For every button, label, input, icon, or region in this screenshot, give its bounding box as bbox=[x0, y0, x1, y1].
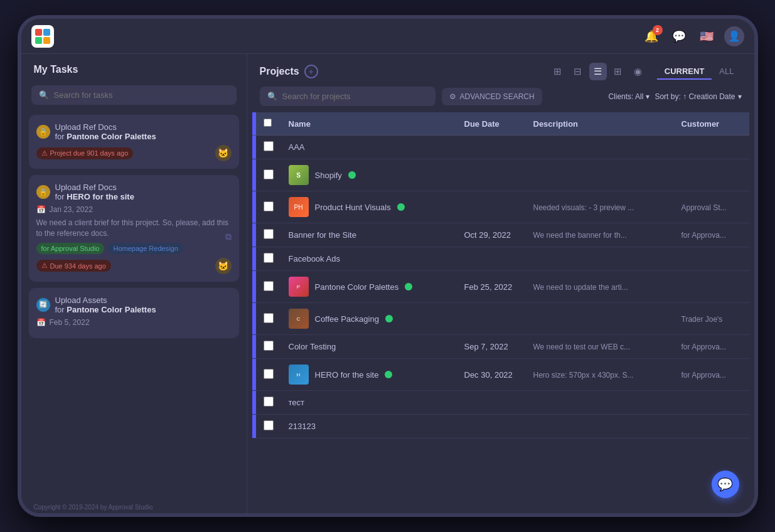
row-checkbox[interactable] bbox=[264, 281, 274, 291]
row-checkbox-cell bbox=[256, 136, 281, 159]
task-avatar-1: 🐱 bbox=[215, 145, 232, 161]
row-due bbox=[457, 159, 526, 191]
add-project-btn[interactable]: + bbox=[304, 65, 318, 78]
row-checkbox[interactable] bbox=[264, 369, 274, 379]
task-due-badge-1: ⚠ Project due 901 days ago bbox=[36, 147, 134, 159]
row-name-cell: Color Testing bbox=[281, 335, 457, 359]
view-btn-network[interactable]: ◉ bbox=[629, 63, 647, 80]
tab-current[interactable]: CURRENT bbox=[657, 64, 712, 80]
th-due: Due Date bbox=[457, 112, 526, 136]
row-customer: for Approva... bbox=[674, 223, 749, 247]
view-btn-list[interactable]: ☰ bbox=[589, 63, 607, 80]
row-checkbox[interactable] bbox=[264, 201, 274, 211]
row-desc: We need to test our WEB c... bbox=[526, 335, 674, 359]
row-customer bbox=[674, 159, 749, 191]
task-title-1: Upload Ref Docs for Pantone Color Palett… bbox=[55, 122, 156, 141]
project-thumb: H bbox=[289, 364, 309, 385]
row-due: Oct 29, 2022 bbox=[457, 223, 526, 247]
task-search-icon: 🔍 bbox=[39, 90, 49, 100]
task-search-box[interactable]: 🔍 bbox=[31, 85, 237, 105]
clients-filter-btn[interactable]: Clients: All ▾ bbox=[608, 92, 649, 101]
row-checkbox[interactable] bbox=[264, 229, 274, 239]
task-project-2: HERO for the site bbox=[67, 192, 134, 201]
task-card-3[interactable]: 🔄 Upload Assets for Pantone Color Palett… bbox=[29, 288, 239, 338]
row-checkbox[interactable] bbox=[264, 253, 274, 263]
task-date-3: 📅 Feb 5, 2022 bbox=[36, 318, 232, 327]
table-row[interactable]: C Coffee Packaging Trader Joe's bbox=[252, 303, 749, 335]
project-search-input[interactable] bbox=[282, 92, 428, 101]
project-search-box[interactable]: 🔍 bbox=[260, 87, 436, 106]
task-for-label-1: for bbox=[55, 132, 67, 141]
task-date-2: 📅 Jan 23, 2022 bbox=[36, 205, 232, 214]
row-customer bbox=[674, 391, 749, 415]
select-all-checkbox[interactable] bbox=[264, 119, 272, 127]
user-avatar[interactable]: 👤 bbox=[724, 26, 744, 46]
row-customer: for Approva... bbox=[674, 335, 749, 359]
table-row[interactable]: P Pantone Color Palettes Feb 25, 2022 We… bbox=[252, 271, 749, 303]
task-footer-2: ⚠ Due 934 days ago 🐱 bbox=[36, 258, 232, 274]
task-icon-3: 🔄 bbox=[36, 298, 50, 312]
th-customer: Customer bbox=[674, 112, 749, 136]
status-dot bbox=[385, 315, 393, 322]
projects-title: Projects bbox=[260, 66, 299, 77]
tab-all[interactable]: ALL bbox=[712, 64, 741, 80]
row-checkbox[interactable] bbox=[264, 169, 274, 179]
row-name: AAA bbox=[289, 142, 305, 152]
table-row[interactable]: Color Testing Sep 7, 2022 We need to tes… bbox=[252, 335, 749, 359]
table-row[interactable]: 213123 bbox=[252, 415, 749, 439]
row-checkbox[interactable] bbox=[264, 313, 274, 323]
row-due: Dec 30, 2022 bbox=[457, 359, 526, 391]
project-thumb: PH bbox=[289, 197, 309, 217]
row-name-cell: AAA bbox=[281, 136, 457, 159]
row-due bbox=[457, 303, 526, 335]
notification-badge: 2 bbox=[653, 25, 663, 35]
table-row[interactable]: Banner for the Site Oct 29, 2022 We need… bbox=[252, 223, 749, 247]
row-checkbox-cell bbox=[256, 247, 281, 271]
row-checkbox[interactable] bbox=[264, 396, 274, 407]
row-name: Banner for the Site bbox=[289, 230, 356, 240]
sort-filter-btn[interactable]: Sort by: ↑ Creation Date ▾ bbox=[655, 92, 741, 101]
messages-icon[interactable]: 💬 bbox=[669, 26, 689, 46]
project-thumb: C bbox=[289, 309, 309, 329]
chat-button[interactable]: 💬 bbox=[712, 471, 739, 498]
table-row[interactable]: AAA bbox=[252, 136, 749, 159]
table-row[interactable]: Facebook Ads bbox=[252, 247, 749, 271]
app-logo[interactable] bbox=[31, 25, 54, 48]
view-btn-table[interactable]: ⊞ bbox=[609, 63, 627, 80]
status-dot bbox=[385, 371, 392, 378]
row-customer bbox=[674, 136, 749, 159]
task-card-2[interactable]: 🔒 Upload Ref Docs for HERO for the site … bbox=[29, 175, 239, 282]
table-row[interactable]: тест bbox=[252, 391, 749, 415]
row-checkbox[interactable] bbox=[264, 141, 274, 151]
task-card-1[interactable]: 🔒 Upload Ref Docs for Pantone Color Pale… bbox=[29, 115, 239, 169]
table-row[interactable]: PH Product Hunt Visuals Needed visuals: … bbox=[252, 191, 749, 223]
table-row[interactable]: S Shopify bbox=[252, 159, 749, 191]
row-checkbox[interactable] bbox=[264, 420, 274, 430]
row-checkbox-cell bbox=[256, 335, 281, 359]
copyright: Copyright © 2019-2024 by Approval Studio bbox=[21, 501, 247, 513]
view-btn-list-grid[interactable]: ⊞ bbox=[549, 63, 567, 80]
view-controls-row: ⊞ ⊟ ☰ ⊞ ◉ CURRENT ALL bbox=[549, 63, 742, 80]
row-checkbox-cell bbox=[256, 359, 281, 391]
row-name-cell: Facebook Ads bbox=[281, 247, 457, 271]
row-due bbox=[457, 191, 526, 223]
row-name: Shopify bbox=[315, 171, 342, 180]
row-desc bbox=[526, 136, 674, 159]
view-btn-grid4[interactable]: ⊟ bbox=[569, 63, 587, 80]
projects-table-container[interactable]: Name Due Date Description Customer bbox=[247, 112, 754, 513]
row-desc bbox=[526, 159, 674, 191]
task-title-2: Upload Ref Docs for HERO for the site bbox=[55, 183, 134, 201]
advanced-search-btn[interactable]: ⚙ ADVANCED SEARCH bbox=[442, 88, 542, 105]
th-select bbox=[256, 112, 281, 136]
task-search-input[interactable] bbox=[54, 90, 229, 100]
row-name: 213123 bbox=[289, 422, 316, 431]
table-row[interactable]: H HERO for the site Dec 30, 2022 Hero si… bbox=[252, 359, 749, 391]
row-checkbox[interactable] bbox=[264, 341, 274, 351]
row-name-cell: P Pantone Color Palettes bbox=[281, 271, 457, 303]
project-thumb: P bbox=[289, 277, 309, 297]
row-name: тест bbox=[289, 398, 305, 407]
row-name-cell: Banner for the Site bbox=[281, 223, 457, 247]
notifications-icon[interactable]: 🔔 2 bbox=[641, 26, 661, 46]
flag-icon[interactable]: 🇺🇸 bbox=[697, 26, 717, 46]
project-search-icon: 🔍 bbox=[267, 92, 277, 101]
